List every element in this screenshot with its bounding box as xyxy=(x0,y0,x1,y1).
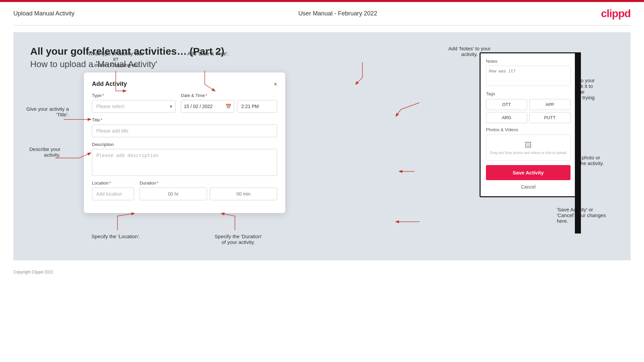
title-input[interactable] xyxy=(92,124,277,137)
type-datetime-row: Type* Please select ▾ Date & Time* 📅 xyxy=(92,93,277,113)
manual-subtitle: User Manual - February 2022 xyxy=(298,10,377,17)
calendar-icon: 📅 xyxy=(226,104,231,109)
header: Upload Manual Activity User Manual - Feb… xyxy=(0,2,644,25)
location-group: Location* xyxy=(92,180,134,200)
copyright-text: Copyright Clippd 2021 xyxy=(13,270,53,274)
close-button[interactable]: × xyxy=(274,81,277,87)
location-label: Location* xyxy=(92,180,134,186)
datetime-label: Date & Time* xyxy=(181,93,277,98)
page-title: Upload Manual Activity xyxy=(13,10,75,17)
type-group: Type* Please select ▾ xyxy=(92,93,176,113)
dialog-title: Add Activity xyxy=(92,81,127,88)
phone-notes-textarea[interactable] xyxy=(486,66,571,86)
cancel-button[interactable]: Cancel xyxy=(486,183,571,191)
description-group: Description xyxy=(92,142,277,176)
tag-putt[interactable]: PUTT xyxy=(529,112,571,123)
duration-label: Duration* xyxy=(140,180,277,186)
header-divider xyxy=(13,25,631,25)
duration-hr-input[interactable] xyxy=(140,188,207,200)
photo-upload-area[interactable]: 🖼 Drag and Drop photos and videos or cli… xyxy=(486,134,571,161)
annotation-location: Specify the 'Location'. xyxy=(86,234,146,239)
annotation-duration: Specify the 'Duration'of your activity. xyxy=(201,234,275,245)
photo-icon: 🖼 xyxy=(525,141,532,150)
tag-ott[interactable]: OTT xyxy=(486,99,527,110)
save-activity-button[interactable]: Save Activity xyxy=(486,165,571,180)
phone-notes-label: Notes xyxy=(486,59,571,64)
duration-group: Duration* xyxy=(140,180,277,200)
phone-content: Notes Tags OTT APP ARG PUTT Photos & Vid… xyxy=(481,53,576,196)
footer: Copyright Clippd 2021 xyxy=(0,267,644,277)
description-row: Description xyxy=(92,142,277,176)
phone-sidebar-bar xyxy=(575,52,581,234)
description-label: Description xyxy=(92,142,277,147)
annotation-describe: Describe youractivity. xyxy=(13,146,60,158)
annotation-save: 'Save Activity' or'Cancel' your changesh… xyxy=(557,207,627,224)
dialog-header: Add Activity × xyxy=(92,81,277,88)
location-input[interactable] xyxy=(92,188,134,200)
duration-min-input[interactable] xyxy=(210,188,277,200)
date-time-group: 📅 xyxy=(181,100,277,113)
location-duration-row: Location* Duration* xyxy=(92,180,277,200)
annotation-title: Give your activity a'Title'. xyxy=(15,106,69,117)
annotation-type: What type of activity was it?Lesson, Chi… xyxy=(86,51,146,68)
title-label: Title* xyxy=(92,117,277,122)
title-row: Title* xyxy=(92,117,277,137)
type-select-wrapper: Please select ▾ xyxy=(92,100,176,113)
description-textarea[interactable] xyxy=(92,149,277,176)
date-input-wrapper: 📅 xyxy=(181,100,234,113)
tag-app[interactable]: APP xyxy=(529,99,571,110)
duration-inputs xyxy=(140,188,277,200)
phone-photos-label: Photos & Videos xyxy=(486,127,571,132)
main-content: All your golf-relevant activities… (Part… xyxy=(13,32,631,260)
type-select[interactable]: Please select xyxy=(92,100,176,113)
type-label: Type* xyxy=(92,93,176,98)
phone-panel: Notes Tags OTT APP ARG PUTT Photos & Vid… xyxy=(480,52,577,197)
title-group: Title* xyxy=(92,117,277,137)
phone-tags-grid: OTT APP ARG PUTT xyxy=(486,99,571,123)
annotation-datetime: Add 'Date & Time'. xyxy=(178,51,238,56)
logo: clippd xyxy=(601,7,631,20)
time-input[interactable] xyxy=(237,100,277,113)
add-activity-dialog: Add Activity × Type* Please select ▾ Dat… xyxy=(84,72,285,213)
phone-tags-label: Tags xyxy=(486,91,571,96)
tag-arg[interactable]: ARG xyxy=(486,112,527,123)
datetime-group: Date & Time* 📅 xyxy=(181,93,277,113)
date-input[interactable] xyxy=(184,104,224,109)
photo-upload-text: Drag and Drop photos and videos or click… xyxy=(490,151,566,155)
